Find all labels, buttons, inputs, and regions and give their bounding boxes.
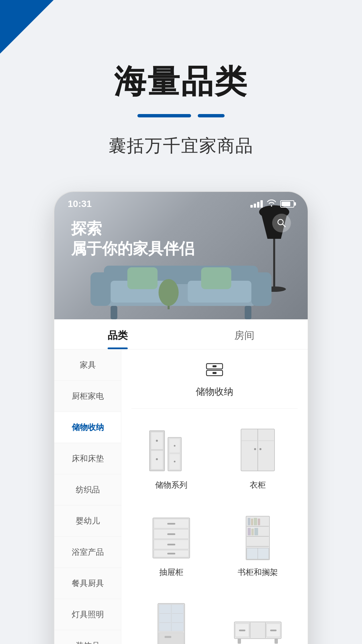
phone-wrapper: 10:31 — [0, 178, 362, 644]
corner-decoration — [0, 0, 54, 54]
sidebar-item-textile[interactable]: 纺织品 — [54, 474, 121, 505]
svg-rect-75 — [270, 630, 277, 631]
phone-banner: 10:31 — [54, 192, 308, 319]
svg-rect-76 — [238, 639, 241, 644]
svg-point-34 — [259, 448, 261, 450]
sidebar-item-furniture[interactable]: 家具 — [54, 350, 121, 381]
svg-rect-20 — [213, 372, 217, 374]
category-header: 储物收纳 — [131, 356, 298, 409]
hero-dots-decoration — [137, 114, 225, 117]
svg-rect-51 — [251, 519, 253, 525]
list-item[interactable]: 书柜和搁架 — [218, 502, 298, 583]
tv-cabinet-img — [224, 595, 291, 644]
svg-rect-11 — [127, 267, 158, 289]
phone-mockup: 10:31 — [54, 191, 308, 644]
svg-rect-73 — [251, 624, 264, 637]
status-time: 10:31 — [68, 199, 92, 209]
svg-rect-43 — [167, 533, 175, 535]
category-title: 储物收纳 — [196, 385, 233, 398]
signal-icon — [250, 200, 263, 208]
svg-rect-8 — [251, 272, 272, 306]
svg-rect-45 — [167, 553, 175, 554]
sidebar-item-decor[interactable]: 装饰品 — [54, 630, 121, 644]
svg-rect-56 — [254, 528, 258, 535]
hero-subtitle: 囊括万千宜家商品 — [109, 134, 253, 158]
svg-point-25 — [156, 458, 158, 460]
list-item[interactable]: 衣柜 — [218, 415, 298, 496]
battery-icon — [280, 200, 294, 208]
sidebar-item-storage[interactable]: 储物收纳 — [54, 412, 121, 443]
sidebar: 家具 厨柜家电 储物收纳 床和床垫 纺织品 婴幼儿 浴室产品 餐具厨具 灯具照明… — [54, 350, 121, 644]
svg-rect-12 — [201, 267, 231, 289]
svg-rect-42 — [167, 523, 175, 525]
svg-point-33 — [254, 448, 256, 450]
wifi-icon — [267, 199, 276, 209]
svg-point-24 — [156, 440, 158, 442]
svg-rect-53 — [258, 519, 260, 525]
wardrobe-label: 衣柜 — [250, 480, 266, 490]
svg-rect-7 — [90, 272, 111, 306]
svg-rect-55 — [251, 529, 254, 535]
hero-title: 海量品类 — [114, 60, 248, 104]
banner-line1: 探索 — [71, 219, 194, 239]
content-area: 家具 厨柜家电 储物收纳 床和床垫 纺织品 婴幼儿 浴室产品 餐具厨具 灯具照明… — [54, 350, 308, 644]
svg-line-1 — [283, 224, 285, 227]
category-content: 储物收纳 — [121, 350, 308, 644]
tab-room[interactable]: 房间 — [181, 319, 308, 349]
storage-icon — [206, 363, 223, 381]
tab-bar: 品类 房间 — [54, 319, 308, 350]
status-icons — [250, 199, 294, 209]
sidebar-item-kitchen[interactable]: 厨柜家电 — [54, 381, 121, 412]
svg-rect-72 — [239, 630, 245, 631]
hero-dot-long — [137, 114, 191, 117]
search-button[interactable] — [272, 214, 291, 232]
drawer-cabinet-img — [138, 508, 205, 561]
svg-rect-67 — [165, 636, 171, 638]
svg-point-16 — [159, 279, 179, 306]
hero-dot-short — [198, 114, 225, 117]
sidebar-item-baby[interactable]: 婴幼儿 — [54, 505, 121, 537]
sidebar-item-bed[interactable]: 床和床垫 — [54, 443, 121, 474]
drawer-label: 抽屉柜 — [159, 567, 183, 578]
display-cabinet-img — [138, 595, 205, 644]
svg-rect-44 — [167, 544, 175, 545]
svg-rect-14 — [245, 306, 251, 319]
list-item[interactable]: 橱柜和展示柜 — [131, 590, 211, 644]
svg-rect-54 — [248, 528, 251, 535]
sofa-illustration — [74, 259, 288, 319]
list-item[interactable]: 储物系列 — [131, 415, 211, 496]
category-grid: 储物系列 — [131, 415, 298, 644]
svg-rect-66 — [159, 633, 184, 644]
list-item[interactable]: 抽屉柜 — [131, 502, 211, 583]
svg-point-30 — [174, 461, 176, 463]
svg-rect-52 — [254, 518, 257, 525]
banner-text: 探索 属于你的家具伴侣 — [71, 219, 194, 259]
storage-series-label: 储物系列 — [155, 480, 187, 490]
hero-section: 海量品类 囊括万千宜家商品 — [0, 0, 362, 178]
svg-point-29 — [174, 445, 176, 447]
wardrobe-img — [224, 421, 291, 474]
bookshelf-img — [224, 508, 291, 561]
tab-category[interactable]: 品类 — [54, 319, 181, 349]
svg-rect-13 — [111, 306, 117, 319]
list-item[interactable]: 电视柜 — [218, 590, 298, 644]
svg-rect-77 — [275, 639, 278, 644]
svg-rect-50 — [248, 518, 250, 525]
sidebar-item-kitchenware[interactable]: 餐具厨具 — [54, 568, 121, 599]
svg-rect-19 — [213, 365, 217, 367]
bookshelf-label: 书柜和搁架 — [238, 567, 278, 578]
status-bar: 10:31 — [54, 192, 308, 213]
banner-line2: 属于你的家具伴侣 — [71, 239, 194, 259]
sidebar-item-lighting[interactable]: 灯具照明 — [54, 599, 121, 630]
storage-series-img — [138, 421, 205, 474]
sidebar-item-bathroom[interactable]: 浴室产品 — [54, 537, 121, 568]
